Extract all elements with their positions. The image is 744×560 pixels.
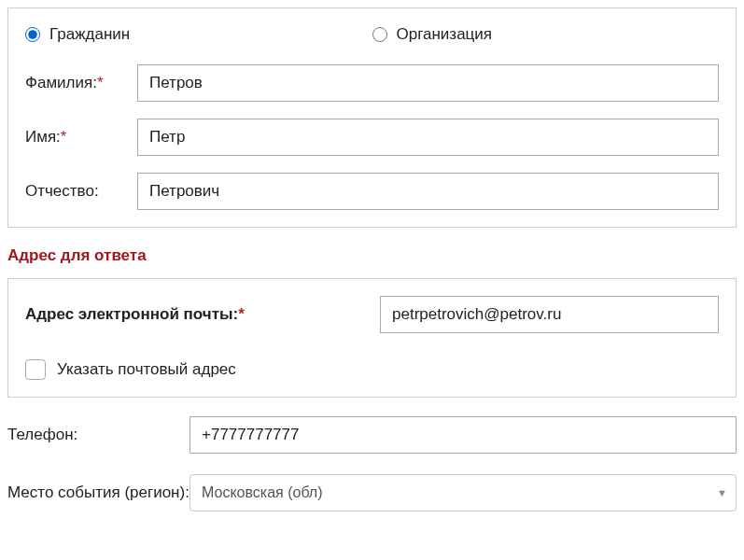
region-row: Место события (регион): Московская (обл)… bbox=[7, 474, 737, 511]
patronymic-row: Отчество: bbox=[25, 173, 719, 210]
organization-radio-label: Организация bbox=[397, 25, 493, 44]
organization-radio[interactable] bbox=[372, 27, 387, 42]
required-marker: * bbox=[238, 305, 245, 323]
region-label: Место события (регион): bbox=[7, 482, 190, 504]
organization-radio-group[interactable]: Организация bbox=[372, 25, 493, 44]
surname-input[interactable] bbox=[137, 64, 719, 102]
firstname-input[interactable] bbox=[137, 119, 719, 156]
email-row: Адрес электронной почты:* bbox=[25, 296, 719, 333]
contact-section: Телефон: Место события (регион): Московс… bbox=[7, 416, 737, 511]
patronymic-label: Отчество: bbox=[25, 182, 137, 201]
citizen-radio-label: Гражданин bbox=[49, 25, 130, 44]
region-select[interactable]: Московская (обл) bbox=[190, 474, 737, 511]
region-select-value: Московская (обл) bbox=[202, 484, 323, 501]
applicant-fieldset: Гражданин Организация Фамилия:* Имя:* От… bbox=[7, 7, 737, 228]
region-select-wrap: Московская (обл) ▼ bbox=[190, 474, 737, 511]
patronymic-input[interactable] bbox=[137, 173, 719, 210]
citizen-radio[interactable] bbox=[25, 27, 40, 42]
email-input[interactable] bbox=[380, 296, 719, 333]
email-label: Адрес электронной почты:* bbox=[25, 305, 380, 324]
surname-label: Фамилия:* bbox=[25, 74, 137, 92]
phone-input[interactable] bbox=[190, 416, 737, 454]
postal-checkbox-label[interactable]: Указать почтовый адрес bbox=[57, 360, 236, 379]
postal-checkbox-row: Указать почтовый адрес bbox=[25, 359, 719, 380]
required-marker: * bbox=[97, 74, 104, 91]
applicant-type-radios: Гражданин Организация bbox=[25, 25, 719, 44]
firstname-label: Имя:* bbox=[25, 128, 137, 147]
reply-address-fieldset: Адрес электронной почты:* Указать почтов… bbox=[7, 278, 737, 398]
phone-label: Телефон: bbox=[7, 424, 190, 446]
postal-checkbox[interactable] bbox=[25, 359, 46, 380]
required-marker: * bbox=[61, 128, 67, 146]
phone-row: Телефон: bbox=[7, 416, 737, 454]
citizen-radio-group[interactable]: Гражданин bbox=[25, 25, 372, 44]
firstname-row: Имя:* bbox=[25, 119, 719, 156]
reply-address-title: Адрес для ответа bbox=[7, 246, 737, 265]
surname-row: Фамилия:* bbox=[25, 64, 719, 102]
